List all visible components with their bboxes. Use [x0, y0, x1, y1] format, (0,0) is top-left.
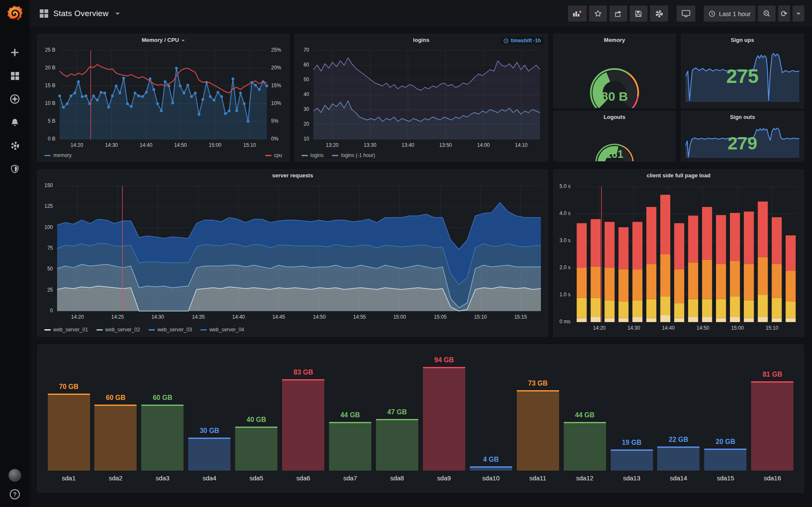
panel-logouts: Logouts 161 — [553, 111, 676, 162]
refresh-interval-dropdown[interactable] — [793, 6, 804, 22]
axis-tick: 50 — [295, 77, 309, 83]
grafana-logo[interactable] — [0, 0, 30, 27]
disk-bar[interactable] — [704, 449, 746, 471]
disk-column: 4 GBsda10 — [469, 456, 513, 482]
axis-tick: 14:50 — [164, 142, 198, 148]
server-requests-chart[interactable]: 150125100755025014:2014:2514:3014:3514:4… — [38, 182, 548, 324]
legend-item[interactable]: memory — [44, 152, 71, 158]
dashboard-title-caret-icon[interactable] — [115, 13, 120, 15]
axis-tick: 25 B — [38, 47, 55, 53]
legend-item[interactable]: cpu — [265, 152, 282, 158]
panel-title[interactable]: Memory / CPU — [38, 34, 289, 46]
share-icon — [614, 9, 623, 18]
disk-bar[interactable] — [188, 438, 230, 471]
axis-tick: 25 — [38, 287, 53, 293]
zoom-out-icon — [763, 9, 771, 18]
time-range-button[interactable]: Last 1 hour — [704, 6, 755, 22]
legend-label: logins — [310, 152, 324, 158]
zoom-out-button[interactable] — [758, 6, 776, 22]
legend-item[interactable]: web_server_03 — [148, 327, 192, 333]
disk-name-label: sda8 — [390, 474, 404, 482]
sidebar-item-alerting[interactable] — [10, 117, 20, 127]
disk-value-label: 44 GB — [340, 411, 360, 419]
save-button[interactable] — [630, 6, 647, 22]
disk-name-label: sda11 — [529, 474, 546, 482]
disk-bar[interactable] — [470, 466, 512, 471]
disk-value-label: 94 GB — [434, 356, 454, 364]
axis-tick: 14:35 — [181, 314, 215, 320]
axis-tick: 14:40 — [222, 314, 255, 320]
disk-name-label: sda6 — [296, 474, 310, 482]
disk-value-label: 19 GB — [622, 439, 641, 446]
logins-chart[interactable]: 7060504030201013:2013:3013:4013:5014:001… — [295, 46, 548, 150]
legend-item[interactable]: web_server_02 — [96, 327, 140, 333]
disk-bar[interactable] — [657, 446, 700, 471]
axis-tick: 15% — [271, 83, 281, 88]
sidebar-item-server-admin[interactable] — [10, 164, 20, 174]
refresh-button[interactable]: ⟳ — [778, 6, 790, 22]
disk-column: 83 GBsda6 — [282, 369, 325, 482]
disk-bar[interactable] — [141, 405, 184, 471]
disk-bar[interactable] — [94, 405, 137, 471]
legend-item[interactable]: web_server_04 — [200, 327, 244, 333]
legend-swatch — [332, 155, 338, 156]
disk-bar[interactable] — [235, 427, 277, 471]
legend-swatch — [302, 155, 308, 156]
panel-title[interactable]: Sign ups — [681, 34, 804, 46]
settings-button[interactable] — [650, 6, 668, 22]
dashboard-grid-icon[interactable] — [40, 9, 48, 18]
disk-bar[interactable] — [611, 449, 653, 471]
legend-label: web_server_01 — [53, 327, 88, 333]
legend-item[interactable]: web_server_01 — [44, 327, 88, 333]
page-load-chart[interactable]: 5.0 s4.0 s3.0 s2.0 s1.0 s0 ms14:2014:301… — [554, 182, 804, 336]
axis-tick: 13:40 — [391, 142, 425, 148]
disk-bar[interactable] — [48, 394, 90, 471]
star-button[interactable] — [589, 6, 607, 22]
disk-column: 47 GBsda8 — [375, 408, 419, 482]
panel-title[interactable]: Memory — [554, 34, 675, 46]
dashboard-header: Stats Overview — [40, 9, 120, 18]
timeshift-label: timeshift -1h — [511, 38, 541, 44]
disk-bar[interactable] — [329, 422, 371, 471]
panel-title[interactable]: Logouts — [554, 111, 675, 123]
axis-tick: 0 — [38, 308, 53, 314]
panel-title[interactable]: server requests — [38, 170, 548, 182]
memory-cpu-chart[interactable]: 25 B20 B15 B10 B5 B0 B25%20%15%10%5%0%14… — [38, 46, 289, 150]
axis-tick: 15:15 — [504, 314, 538, 320]
logins-legend: loginslogins (-1 hour) — [302, 152, 541, 159]
sidebar-item-create[interactable] — [10, 47, 20, 58]
dashboard-title[interactable]: Stats Overview — [53, 9, 109, 18]
tv-mode-button[interactable] — [677, 6, 695, 22]
disk-name-label: sda10 — [482, 474, 499, 482]
user-avatar[interactable] — [8, 469, 21, 482]
disk-name-label: sda7 — [343, 474, 357, 482]
axis-tick: 14:55 — [343, 314, 376, 320]
sidebar-item-configuration[interactable] — [10, 141, 20, 151]
help-button[interactable]: ? — [10, 489, 20, 499]
disk-bar-chart[interactable]: 70 GBsda160 GBsda260 GBsda330 GBsda440 G… — [47, 359, 794, 482]
disk-column: 22 GBsda14 — [657, 436, 700, 482]
add-panel-button[interactable] — [568, 6, 587, 22]
disk-bar[interactable] — [376, 419, 418, 471]
share-button[interactable] — [609, 6, 627, 22]
disk-bar[interactable] — [423, 367, 465, 471]
legend-item[interactable]: logins (-1 hour) — [332, 152, 375, 158]
legend-swatch — [200, 329, 207, 331]
sidebar-item-explore[interactable] — [10, 94, 20, 104]
panel-title[interactable]: Sign outs — [681, 111, 804, 123]
disk-name-label: sda4 — [203, 474, 217, 482]
memory-gauge-value: 80 B — [554, 89, 675, 104]
legend-item[interactable]: logins — [302, 152, 324, 158]
axis-tick: 0% — [271, 136, 278, 142]
sidebar-item-dashboards[interactable] — [10, 71, 20, 81]
disk-value-label: 83 GB — [294, 369, 313, 376]
disk-bar[interactable] — [751, 381, 793, 471]
axis-tick: 5% — [271, 118, 278, 124]
axis-tick: 125 — [38, 203, 53, 209]
disk-bar[interactable] — [282, 379, 324, 471]
disk-bar[interactable] — [564, 422, 606, 471]
disk-bar[interactable] — [517, 390, 559, 471]
legend-swatch — [44, 155, 51, 156]
panel-title[interactable]: client side full page load — [554, 170, 804, 182]
disk-name-label: sda13 — [623, 474, 640, 482]
